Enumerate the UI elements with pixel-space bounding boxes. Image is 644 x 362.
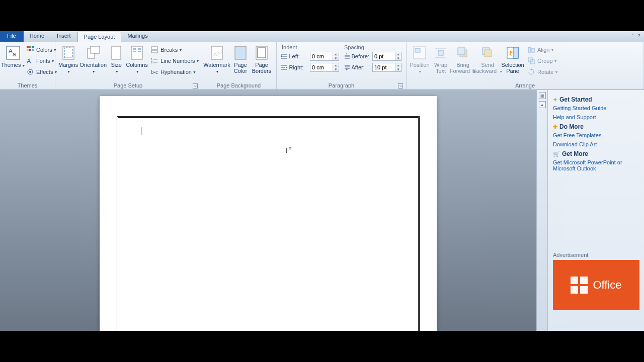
cart-icon: 🛒 [553,151,560,157]
scroll-up-icon[interactable]: ▲ [539,101,546,108]
ruler-toggle-icon[interactable]: ▦ [539,92,546,99]
rotate-button[interactable]: Rotate▼ [525,66,560,77]
indent-left-spinner[interactable]: ▲▼ [310,52,339,61]
spacing-after-spinner[interactable]: ▲▼ [372,63,401,72]
position-button[interactable]: Position▼ [409,43,431,75]
group-paragraph: Indent Left: ▲▼ Right: ▲▼ Spacing [277,42,407,89]
fonts-label: Fonts [36,58,50,64]
ribbon-tabs: File Home Insert Page Layout Mailings ˄ … [0,31,644,42]
svg-rect-58 [458,48,465,55]
tab-file[interactable]: File [0,31,24,42]
get-more-header: 🛒Get More [553,150,639,157]
selection-pane-icon [505,45,521,61]
svg-rect-24 [151,47,157,49]
indent-left-label: Left: [289,53,310,59]
page-borders-icon [254,45,270,61]
help-support-link[interactable]: Help and Support [553,114,639,120]
page[interactable]: I≡ [100,96,437,331]
size-button[interactable]: Size▼ [107,43,125,75]
getting-started-guide-link[interactable]: Getting Started Guide [553,105,639,111]
spacing-after-icon [343,64,350,71]
help-icon[interactable]: ? [636,33,642,39]
svg-rect-15 [91,46,100,53]
svg-marker-43 [286,66,287,68]
svg-text:A: A [9,48,13,55]
office-ad[interactable]: Office [553,260,639,310]
watermark-button[interactable]: TEXT Watermark▼ [203,43,230,75]
get-started-header: ✦Get Started [553,96,639,103]
hyphenation-button[interactable]: b-c Hyphenation▼ [148,66,201,77]
svg-text:b-c: b-c [151,69,158,75]
tab-mailings[interactable]: Mailings [121,31,154,42]
advertisement-label: Advertisement [553,252,639,258]
indent-right-icon [281,64,288,71]
line-numbers-button[interactable]: 12 Line Numbers▼ [148,55,201,66]
spacing-after-input[interactable] [373,63,395,71]
get-templates-link[interactable]: Get Free Templates [553,132,639,138]
scrollbar-tray: ▦ ▲ [536,90,547,331]
colors-button[interactable]: Colors▼ [24,44,59,55]
spacing-before-spinner[interactable]: ▲▼ [372,52,401,61]
svg-marker-68 [530,68,532,70]
get-powerpoint-outlook-link[interactable]: Get Microsoft PowerPoint or Microsoft Ou… [553,159,639,171]
spinner-down-icon[interactable]: ▼ [333,67,339,71]
tab-insert[interactable]: Insert [51,31,77,42]
indent-right-input[interactable] [310,63,333,71]
orientation-icon [85,45,101,61]
line-numbers-icon: 12 [150,57,158,65]
watermark-label: Watermark [203,62,230,68]
spinner-down-icon[interactable]: ▼ [333,56,339,60]
ibeam-pointer: I≡ [286,146,290,154]
tab-page-layout[interactable]: Page Layout [77,32,122,42]
download-clipart-link[interactable]: Download Clip Art [553,141,639,147]
page-borders-button[interactable]: Page Borders [251,43,273,74]
paragraph-launcher[interactable]: ↘ [398,83,403,88]
fonts-icon: A [26,57,34,65]
watermark-icon: TEXT [209,45,225,61]
wrap-text-icon [433,45,449,61]
svg-rect-6 [27,49,29,51]
orientation-button[interactable]: Orientation▼ [79,43,107,75]
minimize-ribbon-icon[interactable]: ˄ [629,33,635,39]
fonts-button[interactable]: A Fonts▼ [24,55,59,66]
effects-button[interactable]: Effects▼ [24,66,59,77]
spinner-down-icon[interactable]: ▼ [395,67,401,71]
selection-pane-button[interactable]: Selection Pane [500,43,525,74]
svg-rect-62 [513,47,518,58]
spinner-down-icon[interactable]: ▼ [395,56,401,60]
breaks-button[interactable]: Breaks▼ [148,44,201,55]
align-button[interactable]: Align▼ [525,44,560,55]
document-area[interactable]: I≡ [0,90,536,331]
spinner-up-icon[interactable]: ▲ [395,52,401,56]
svg-rect-64 [528,47,531,52]
indent-left-input[interactable] [310,52,333,60]
align-label: Align [537,47,549,53]
size-label: Size [111,62,121,68]
svg-point-11 [29,71,31,73]
indent-right-spinner[interactable]: ▲▼ [310,63,339,72]
line-numbers-label: Line Numbers [160,58,195,64]
group-objects-button[interactable]: Group▼ [525,55,560,66]
group-themes: Aa Themes▼ Colors▼ A Fonts▼ Effe [0,42,55,89]
page-color-icon [232,45,249,61]
spacing-before-input[interactable] [373,52,395,60]
columns-button[interactable]: Columns▼ [125,43,148,75]
page-setup-launcher[interactable]: ↘ [193,83,198,88]
spinner-up-icon[interactable]: ▲ [395,63,401,67]
bring-forward-button[interactable]: Bring Forward ▼ [451,43,475,75]
page-color-button[interactable]: Page Color [230,43,251,74]
svg-rect-33 [235,46,246,59]
spinner-up-icon[interactable]: ▲ [333,63,339,67]
tab-home[interactable]: Home [24,31,51,42]
wrap-text-button[interactable]: Wrap Text [431,43,451,74]
send-backward-icon [479,45,496,61]
spinner-up-icon[interactable]: ▲ [333,52,339,56]
margins-button[interactable]: Margins▼ [57,43,79,75]
themes-button[interactable]: Aa Themes▼ [2,43,24,69]
svg-rect-54 [438,50,443,55]
svg-rect-16 [112,46,121,59]
colors-icon [26,46,34,54]
columns-icon [129,45,145,61]
sparkle-icon: ✦ [553,97,557,103]
send-backward-button[interactable]: Send Backward ▼ [475,43,500,75]
